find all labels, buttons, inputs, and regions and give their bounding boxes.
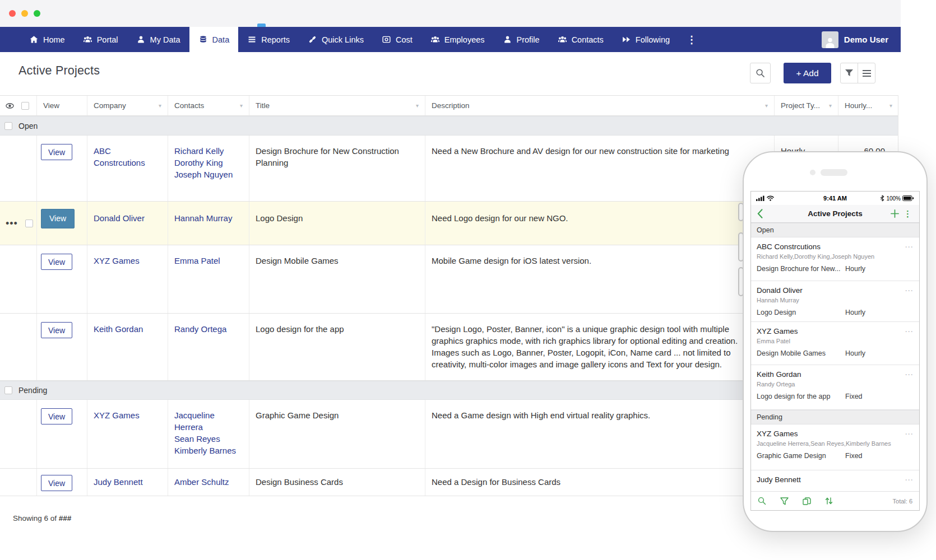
company-link[interactable]: Keith Gordan — [94, 324, 143, 334]
nav-item-employees[interactable]: Employees — [421, 27, 494, 52]
phone-list-item[interactable]: Donald Oliver Hannah Murray Logo DesignH… — [751, 281, 919, 322]
phone-export-button[interactable] — [803, 497, 811, 505]
phone-filter-button[interactable] — [780, 497, 789, 505]
nav-item-quick-links[interactable]: Quick Links — [299, 27, 373, 52]
view-record-button[interactable]: View — [41, 254, 72, 270]
filter-button[interactable] — [841, 63, 858, 83]
close-window-button[interactable] — [9, 10, 16, 17]
search-button[interactable] — [750, 63, 771, 83]
phone-search-button[interactable] — [758, 497, 766, 505]
nav-item-reports[interactable]: Reports — [238, 27, 299, 52]
description-cell: Need a New Brochure and AV design for ou… — [425, 136, 775, 201]
list-layout-button[interactable] — [858, 63, 875, 83]
phone-more-button[interactable]: ⋮ — [903, 209, 912, 219]
select-all-checkbox[interactable] — [21, 102, 29, 110]
view-record-button[interactable]: View — [41, 209, 75, 228]
column-header-title[interactable]: Title▾ — [249, 96, 425, 115]
nav-item-portal[interactable]: Portal — [74, 27, 127, 52]
item-more-icon[interactable]: ⋯ — [905, 429, 914, 439]
contact-link[interactable]: Kimberly Barnes — [174, 445, 243, 456]
view-cell: View — [37, 400, 87, 468]
company-link[interactable]: Judy Bennett — [94, 477, 143, 487]
contact-link[interactable]: Sean Reyes — [174, 433, 243, 445]
zoom-window-button[interactable] — [34, 10, 40, 17]
column-header-contacts[interactable]: Contacts▾ — [168, 96, 249, 115]
company-cell: XYZ Games — [87, 245, 168, 313]
phone-sort-button[interactable] — [825, 497, 833, 505]
column-header-view: View — [37, 96, 87, 115]
nav-item-home[interactable]: Home — [20, 27, 74, 52]
phone-list-item[interactable]: XYZ Games Emma Patel Design Mobile Games… — [751, 322, 919, 365]
forward-icon — [622, 35, 631, 44]
column-header-company[interactable]: Company▾ — [87, 96, 168, 115]
add-record-button-phone[interactable] — [891, 209, 899, 218]
view-cell: View — [37, 469, 87, 496]
group-select-checkbox[interactable] — [4, 386, 12, 394]
item-more-icon[interactable]: ⋯ — [905, 370, 914, 380]
item-title: Logo Design — [757, 309, 845, 316]
phone-list-item[interactable]: Judy Bennett ⋯ — [751, 470, 919, 492]
nav-item-cost[interactable]: Cost — [373, 27, 421, 52]
item-company: Judy Bennett — [757, 475, 914, 484]
contact-link[interactable]: Amber Schultz — [174, 476, 243, 488]
nav-item-contacts[interactable]: Contacts — [549, 27, 613, 52]
view-cell: View — [37, 245, 87, 313]
phone-camera-dot — [810, 170, 815, 175]
view-record-button[interactable]: View — [41, 408, 72, 424]
row-actions-icon[interactable]: ••• — [6, 220, 18, 227]
contact-link[interactable]: Hannah Murray — [174, 212, 243, 224]
item-contacts: Emma Patel — [757, 338, 914, 344]
phone-mockup: 9:41 AM 100% Active Projects ⋮ Open — [743, 151, 928, 532]
group-select-checkbox[interactable] — [4, 122, 12, 130]
contact-link[interactable]: Randy Ortega — [174, 323, 243, 335]
item-more-icon[interactable]: ⋯ — [905, 326, 914, 337]
nav-item-my-data[interactable]: My Data — [127, 27, 189, 52]
row-controls-cell — [0, 314, 37, 380]
contact-link[interactable]: Emma Patel — [174, 255, 243, 267]
avatar — [822, 31, 838, 48]
phone-screen: 9:41 AM 100% Active Projects ⋮ Open — [750, 191, 920, 511]
user-menu[interactable]: Demo User — [822, 27, 901, 52]
nav-label: Following — [636, 35, 670, 44]
row-controls-cell — [0, 400, 37, 468]
more-vertical-icon: ⋮ — [687, 34, 697, 46]
view-record-button[interactable]: View — [41, 475, 72, 491]
nav-label: My Data — [150, 35, 180, 44]
title-cell: Design Business Cards — [249, 469, 425, 496]
contact-link[interactable]: Richard Kelly — [174, 145, 243, 157]
column-header-hourly[interactable]: Hourly...▾ — [838, 96, 898, 115]
title-cell: Design Brochure for New Construction Pla… — [249, 136, 425, 201]
company-link[interactable]: Donald Oliver — [94, 213, 145, 223]
add-record-button[interactable]: + Add — [784, 63, 831, 83]
item-title: Graphic Game Design — [757, 452, 845, 460]
cost-icon — [382, 35, 391, 44]
item-more-icon[interactable]: ⋯ — [905, 475, 914, 485]
view-record-button[interactable]: View — [41, 144, 72, 160]
contact-link[interactable]: Jacqueline Herrera — [174, 409, 243, 433]
nav-label: Employees — [444, 35, 485, 44]
minimize-window-button[interactable] — [21, 10, 28, 17]
people-icon — [430, 35, 440, 44]
nav-item-profile[interactable]: Profile — [494, 27, 549, 52]
phone-list-item[interactable]: ABC Constrcutions Richard Kelly,Dorothy … — [751, 237, 919, 281]
phone-list-item[interactable]: Keith Gordan Randy Ortega Logo design fo… — [751, 365, 919, 410]
item-more-icon[interactable]: ⋯ — [905, 286, 914, 296]
item-more-icon[interactable]: ⋯ — [905, 242, 914, 252]
nav-more-button[interactable]: ⋮ — [679, 27, 705, 52]
company-link[interactable]: ABC Constrcutions — [94, 146, 145, 167]
column-header-description[interactable]: Description▾ — [425, 96, 775, 115]
contact-link[interactable]: Dorothy King — [174, 157, 243, 169]
contacts-cell: Richard Kelly Dorothy King Joseph Nguyen — [168, 136, 249, 201]
view-record-button[interactable]: View — [41, 322, 72, 338]
eye-icon[interactable] — [6, 102, 14, 110]
company-link[interactable]: XYZ Games — [94, 410, 140, 420]
nav-item-following[interactable]: Following — [613, 27, 679, 52]
company-link[interactable]: XYZ Games — [94, 256, 140, 265]
main-navbar: Home Portal My Data Data Reports Quick L… — [0, 27, 901, 52]
nav-item-data-active[interactable]: Data — [189, 27, 239, 52]
row-controls-cell — [0, 136, 37, 201]
column-header-project-type[interactable]: Project Ty...▾ — [775, 96, 838, 115]
phone-list-item[interactable]: XYZ Games Jacqueline Herrera,Sean Reyes,… — [751, 424, 919, 470]
contact-link[interactable]: Joseph Nguyen — [174, 169, 243, 180]
row-checkbox[interactable] — [25, 220, 33, 227]
